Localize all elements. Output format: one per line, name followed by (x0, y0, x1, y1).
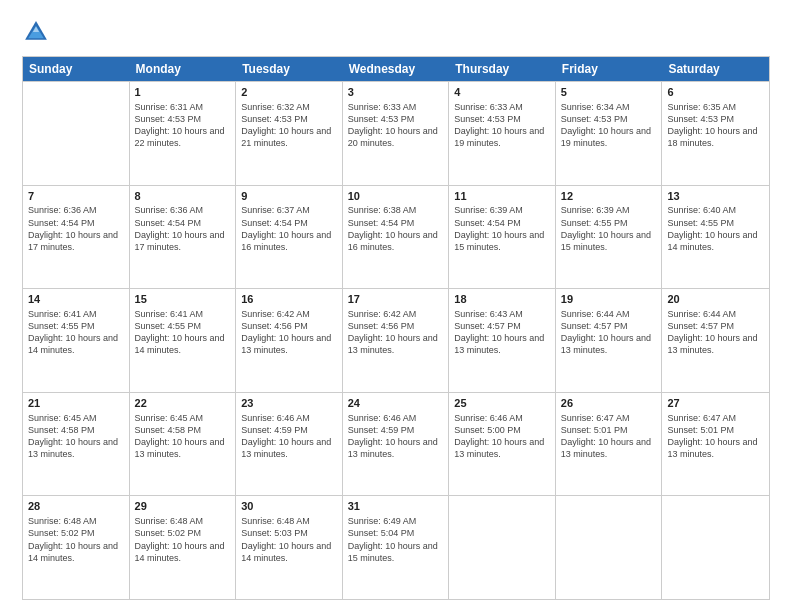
day-info: Sunrise: 6:47 AMSunset: 5:01 PMDaylight:… (561, 412, 657, 461)
day-info: Sunrise: 6:38 AMSunset: 4:54 PMDaylight:… (348, 204, 444, 253)
day-info: Sunrise: 6:48 AMSunset: 5:02 PMDaylight:… (28, 515, 124, 564)
calendar-cell-5: 5Sunrise: 6:34 AMSunset: 4:53 PMDaylight… (556, 82, 663, 185)
day-info: Sunrise: 6:39 AMSunset: 4:55 PMDaylight:… (561, 204, 657, 253)
calendar-cell-24: 24Sunrise: 6:46 AMSunset: 4:59 PMDayligh… (343, 393, 450, 496)
day-info: Sunrise: 6:40 AMSunset: 4:55 PMDaylight:… (667, 204, 764, 253)
calendar: SundayMondayTuesdayWednesdayThursdayFrid… (22, 56, 770, 600)
day-info: Sunrise: 6:37 AMSunset: 4:54 PMDaylight:… (241, 204, 337, 253)
day-number: 13 (667, 189, 764, 204)
day-number: 11 (454, 189, 550, 204)
weekday-header-sunday: Sunday (23, 57, 130, 81)
calendar-cell-27: 27Sunrise: 6:47 AMSunset: 5:01 PMDayligh… (662, 393, 769, 496)
day-info: Sunrise: 6:42 AMSunset: 4:56 PMDaylight:… (348, 308, 444, 357)
weekday-header-saturday: Saturday (662, 57, 769, 81)
day-number: 28 (28, 499, 124, 514)
day-number: 15 (135, 292, 231, 307)
day-number: 25 (454, 396, 550, 411)
calendar-cell-2: 2Sunrise: 6:32 AMSunset: 4:53 PMDaylight… (236, 82, 343, 185)
day-info: Sunrise: 6:39 AMSunset: 4:54 PMDaylight:… (454, 204, 550, 253)
day-info: Sunrise: 6:41 AMSunset: 4:55 PMDaylight:… (135, 308, 231, 357)
calendar-cell-empty-0-0 (23, 82, 130, 185)
day-number: 24 (348, 396, 444, 411)
calendar-cell-13: 13Sunrise: 6:40 AMSunset: 4:55 PMDayligh… (662, 186, 769, 289)
day-number: 14 (28, 292, 124, 307)
day-info: Sunrise: 6:33 AMSunset: 4:53 PMDaylight:… (348, 101, 444, 150)
day-info: Sunrise: 6:42 AMSunset: 4:56 PMDaylight:… (241, 308, 337, 357)
logo-icon (22, 18, 50, 46)
day-number: 16 (241, 292, 337, 307)
calendar-cell-4: 4Sunrise: 6:33 AMSunset: 4:53 PMDaylight… (449, 82, 556, 185)
calendar-row-0: 1Sunrise: 6:31 AMSunset: 4:53 PMDaylight… (23, 81, 769, 185)
day-info: Sunrise: 6:36 AMSunset: 4:54 PMDaylight:… (135, 204, 231, 253)
calendar-cell-15: 15Sunrise: 6:41 AMSunset: 4:55 PMDayligh… (130, 289, 237, 392)
day-number: 4 (454, 85, 550, 100)
calendar-cell-12: 12Sunrise: 6:39 AMSunset: 4:55 PMDayligh… (556, 186, 663, 289)
calendar-cell-26: 26Sunrise: 6:47 AMSunset: 5:01 PMDayligh… (556, 393, 663, 496)
calendar-page: SundayMondayTuesdayWednesdayThursdayFrid… (0, 0, 792, 612)
calendar-cell-22: 22Sunrise: 6:45 AMSunset: 4:58 PMDayligh… (130, 393, 237, 496)
calendar-cell-9: 9Sunrise: 6:37 AMSunset: 4:54 PMDaylight… (236, 186, 343, 289)
calendar-cell-30: 30Sunrise: 6:48 AMSunset: 5:03 PMDayligh… (236, 496, 343, 599)
day-info: Sunrise: 6:44 AMSunset: 4:57 PMDaylight:… (561, 308, 657, 357)
day-info: Sunrise: 6:36 AMSunset: 4:54 PMDaylight:… (28, 204, 124, 253)
day-info: Sunrise: 6:48 AMSunset: 5:02 PMDaylight:… (135, 515, 231, 564)
calendar-cell-empty-4-5 (556, 496, 663, 599)
calendar-cell-25: 25Sunrise: 6:46 AMSunset: 5:00 PMDayligh… (449, 393, 556, 496)
calendar-cell-17: 17Sunrise: 6:42 AMSunset: 4:56 PMDayligh… (343, 289, 450, 392)
calendar-header: SundayMondayTuesdayWednesdayThursdayFrid… (23, 57, 769, 81)
calendar-cell-6: 6Sunrise: 6:35 AMSunset: 4:53 PMDaylight… (662, 82, 769, 185)
calendar-row-3: 21Sunrise: 6:45 AMSunset: 4:58 PMDayligh… (23, 392, 769, 496)
day-number: 10 (348, 189, 444, 204)
calendar-cell-empty-4-6 (662, 496, 769, 599)
calendar-cell-3: 3Sunrise: 6:33 AMSunset: 4:53 PMDaylight… (343, 82, 450, 185)
day-info: Sunrise: 6:35 AMSunset: 4:53 PMDaylight:… (667, 101, 764, 150)
day-info: Sunrise: 6:33 AMSunset: 4:53 PMDaylight:… (454, 101, 550, 150)
day-number: 22 (135, 396, 231, 411)
day-number: 21 (28, 396, 124, 411)
day-info: Sunrise: 6:43 AMSunset: 4:57 PMDaylight:… (454, 308, 550, 357)
weekday-header-monday: Monday (130, 57, 237, 81)
weekday-header-friday: Friday (556, 57, 663, 81)
calendar-body: 1Sunrise: 6:31 AMSunset: 4:53 PMDaylight… (23, 81, 769, 599)
weekday-header-tuesday: Tuesday (236, 57, 343, 81)
day-number: 18 (454, 292, 550, 307)
day-info: Sunrise: 6:44 AMSunset: 4:57 PMDaylight:… (667, 308, 764, 357)
calendar-cell-empty-4-4 (449, 496, 556, 599)
day-info: Sunrise: 6:46 AMSunset: 4:59 PMDaylight:… (348, 412, 444, 461)
day-number: 20 (667, 292, 764, 307)
calendar-cell-28: 28Sunrise: 6:48 AMSunset: 5:02 PMDayligh… (23, 496, 130, 599)
calendar-cell-7: 7Sunrise: 6:36 AMSunset: 4:54 PMDaylight… (23, 186, 130, 289)
day-number: 23 (241, 396, 337, 411)
logo (22, 18, 54, 46)
day-info: Sunrise: 6:49 AMSunset: 5:04 PMDaylight:… (348, 515, 444, 564)
calendar-row-1: 7Sunrise: 6:36 AMSunset: 4:54 PMDaylight… (23, 185, 769, 289)
day-number: 6 (667, 85, 764, 100)
day-info: Sunrise: 6:34 AMSunset: 4:53 PMDaylight:… (561, 101, 657, 150)
header (22, 18, 770, 46)
day-number: 27 (667, 396, 764, 411)
day-info: Sunrise: 6:47 AMSunset: 5:01 PMDaylight:… (667, 412, 764, 461)
day-number: 19 (561, 292, 657, 307)
calendar-row-4: 28Sunrise: 6:48 AMSunset: 5:02 PMDayligh… (23, 495, 769, 599)
weekday-header-thursday: Thursday (449, 57, 556, 81)
day-number: 5 (561, 85, 657, 100)
day-number: 12 (561, 189, 657, 204)
calendar-cell-11: 11Sunrise: 6:39 AMSunset: 4:54 PMDayligh… (449, 186, 556, 289)
calendar-cell-21: 21Sunrise: 6:45 AMSunset: 4:58 PMDayligh… (23, 393, 130, 496)
calendar-cell-16: 16Sunrise: 6:42 AMSunset: 4:56 PMDayligh… (236, 289, 343, 392)
day-info: Sunrise: 6:41 AMSunset: 4:55 PMDaylight:… (28, 308, 124, 357)
calendar-cell-23: 23Sunrise: 6:46 AMSunset: 4:59 PMDayligh… (236, 393, 343, 496)
day-info: Sunrise: 6:31 AMSunset: 4:53 PMDaylight:… (135, 101, 231, 150)
day-number: 31 (348, 499, 444, 514)
day-number: 2 (241, 85, 337, 100)
calendar-cell-8: 8Sunrise: 6:36 AMSunset: 4:54 PMDaylight… (130, 186, 237, 289)
day-number: 29 (135, 499, 231, 514)
day-number: 30 (241, 499, 337, 514)
day-number: 1 (135, 85, 231, 100)
day-info: Sunrise: 6:46 AMSunset: 5:00 PMDaylight:… (454, 412, 550, 461)
day-number: 8 (135, 189, 231, 204)
calendar-cell-14: 14Sunrise: 6:41 AMSunset: 4:55 PMDayligh… (23, 289, 130, 392)
calendar-row-2: 14Sunrise: 6:41 AMSunset: 4:55 PMDayligh… (23, 288, 769, 392)
day-info: Sunrise: 6:45 AMSunset: 4:58 PMDaylight:… (135, 412, 231, 461)
weekday-header-wednesday: Wednesday (343, 57, 450, 81)
